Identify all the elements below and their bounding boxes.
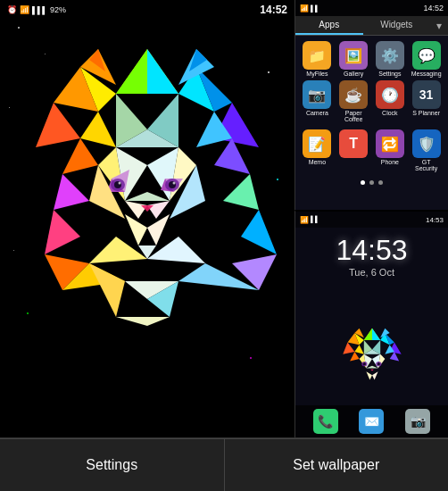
alarm-icon: ⏰ [7,5,17,14]
lockscreen-date: Tue, 6 Oct [295,267,448,278]
app-t[interactable]: T [337,129,370,171]
svg-marker-10 [62,138,98,174]
dot-2 [369,180,374,185]
app-myfiles-label: MyFiles [306,71,328,77]
svg-marker-83 [366,371,372,379]
app-splanner-icon: 31 [412,80,441,109]
app-messaging[interactable]: 💬 Messaging [410,41,443,77]
svg-marker-81 [366,366,377,369]
battery-text: 92% [50,5,66,14]
app-clock-label: Clock [382,110,398,116]
app-allshare[interactable]: 🔁 Phone [374,129,407,171]
svg-marker-82 [370,370,374,371]
svg-point-35 [173,182,176,185]
svg-marker-41 [147,214,170,246]
right-panel: 📶 ▌▌ 14:52 Apps Widgets ▾ 📁 MyFiles 🖼️ [295,0,448,437]
lock-status-icons: 📶 ▌▌ [300,216,319,224]
status-bar-left: ⏰ 📶 ▌▌▌ 92% 14:52 [0,0,295,20]
right-top-time: 14:52 [423,4,444,12]
app-memo-label: Memo [309,159,326,165]
app-camera-label: Camera [306,110,328,116]
right-wifi-icon: 📶 [300,4,309,12]
app-grid: 📁 MyFiles 🖼️ Gallery ⚙️ Settings 💬 Messa… [295,36,448,128]
left-preview: ⏰ 📶 ▌▌▌ 92% 14:52 [0,0,295,420]
app-security[interactable]: 🛡️ GT Security [410,129,443,171]
signal-icon: ▌▌▌ [32,6,47,14]
app-myfiles[interactable]: 📁 MyFiles [301,41,334,77]
tab-widgets[interactable]: Widgets [363,16,431,35]
svg-marker-36 [125,192,170,201]
svg-point-30 [119,182,121,185]
app-coffee[interactable]: ☕ Paper Coffee [337,80,370,122]
app-grid-row2: 📝 Memo T 🔁 Phone 🛡️ GT Security [295,128,448,177]
app-splanner[interactable]: 31 S Planner [410,80,443,122]
right-bottom-lockscreen: 📶 ▌▌ 14:53 14:53 Tue, 6 Oct [295,210,448,437]
svg-marker-15 [45,210,80,254]
app-gallery-label: Gallery [344,71,363,77]
app-gallery-icon: 🖼️ [339,41,368,70]
svg-marker-37 [125,201,147,219]
dot-1 [361,180,365,185]
app-allshare-icon: 🔁 [376,129,404,158]
lockscreen-phone-icon[interactable]: 📞 [313,409,338,434]
bottom-bar: Settings Set wallpaper [0,437,448,491]
lock-signal-icon: ▌▌ [311,216,319,224]
app-camera[interactable]: 📷 Camera [301,80,334,122]
app-clock-icon: 🕐 [376,80,404,109]
lockscreen-big-time: 14:53 [295,234,448,267]
svg-point-78 [362,362,365,365]
wifi-icon: 📶 [20,5,29,14]
svg-marker-38 [147,201,170,219]
lockscreen-statusbar: 📶 ▌▌ 14:53 [295,212,448,228]
app-t-icon: T [339,129,368,158]
app-security-icon: 🛡️ [412,129,441,158]
lock-wifi-icon: 📶 [300,216,309,224]
app-splanner-label: S Planner [412,110,440,116]
left-time: 14:52 [260,4,287,16]
tab-apps[interactable]: Apps [295,16,363,35]
lockscreen-bottom-icons: 📞 ✉️ 📷 [295,405,448,437]
app-gallery[interactable]: 🖼️ Gallery [337,41,370,77]
page-dots [295,177,448,188]
svg-marker-60 [343,343,354,354]
app-coffee-icon: ☕ [339,80,368,109]
tabs-row: Apps Widgets ▾ [295,16,448,36]
lockscreen-camera-icon[interactable]: 📷 [405,409,430,434]
svg-marker-11 [54,174,89,210]
lock-time-small: 14:53 [426,216,444,224]
lockscreen-time-display: 14:53 Tue, 6 Oct [295,234,448,278]
right-top-homescreen: 📶 ▌▌ 14:52 Apps Widgets ▾ 📁 MyFiles 🖼️ [295,0,448,210]
app-clock[interactable]: 🕐 Clock [374,80,407,122]
app-memo-icon: 📝 [303,129,331,158]
right-top-statusbar: 📶 ▌▌ 14:52 [295,0,448,16]
svg-marker-65 [372,329,380,340]
svg-marker-50 [89,263,125,317]
tab-dropdown-icon[interactable]: ▾ [430,16,448,35]
svg-marker-7 [116,49,147,94]
lockscreen-email-icon[interactable]: ✉️ [359,409,384,434]
svg-marker-8 [147,49,178,94]
svg-marker-17 [241,210,277,254]
svg-marker-64 [363,329,371,340]
app-coffee-label: Paper Coffee [337,110,370,122]
dot-3 [378,180,383,185]
svg-point-80 [377,362,379,365]
app-messaging-icon: 💬 [412,41,441,70]
svg-marker-84 [372,371,378,379]
app-camera-icon: 📷 [303,80,331,109]
app-allshare-label: Phone [381,159,399,165]
app-messaging-label: Messaging [411,71,442,77]
svg-marker-66 [354,345,363,354]
settings-button[interactable]: Settings [0,438,225,491]
app-settings[interactable]: ⚙️ Settings [374,41,407,77]
app-security-label: GT Security [410,159,443,171]
svg-marker-40 [125,214,147,246]
lion-preview-large [0,0,295,420]
set-wallpaper-button[interactable]: Set wallpaper [225,438,449,491]
svg-marker-3 [36,103,80,147]
right-status-icons: 📶 ▌▌ [300,4,319,12]
app-settings-label: Settings [378,71,401,77]
app-memo[interactable]: 📝 Memo [301,129,334,171]
app-settings-icon: ⚙️ [376,41,404,70]
svg-marker-67 [350,352,359,361]
